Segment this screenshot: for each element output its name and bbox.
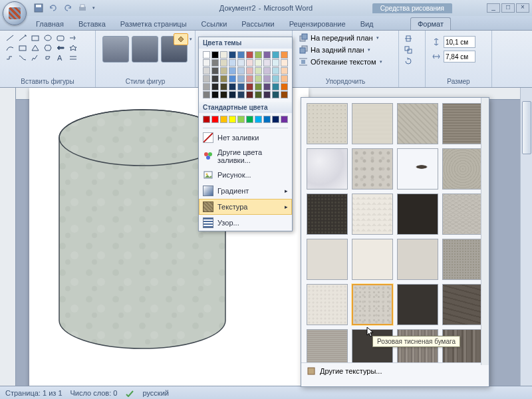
redo-icon[interactable] (63, 3, 73, 13)
text-wrap-button[interactable]: Обтекание текстом▾ (295, 56, 396, 68)
color-swatch[interactable] (246, 75, 253, 82)
color-swatch[interactable] (211, 91, 219, 98)
color-swatch[interactable] (263, 67, 271, 74)
texture-swatch[interactable] (352, 239, 393, 280)
color-swatch[interactable] (229, 59, 236, 66)
color-swatch[interactable] (272, 51, 279, 59)
shape-fill-button[interactable] (174, 33, 188, 45)
color-swatch[interactable] (220, 59, 227, 66)
texture-swatch[interactable] (307, 148, 348, 190)
texture-swatch[interactable] (307, 103, 348, 144)
color-swatch[interactable] (255, 116, 262, 123)
color-swatch[interactable] (237, 75, 245, 82)
no-fill-item[interactable]: Нет заливки (199, 130, 292, 146)
color-swatch[interactable] (246, 91, 253, 98)
tab-insert[interactable]: Вставка (72, 18, 112, 30)
color-swatch[interactable] (263, 75, 271, 82)
bring-to-front-button[interactable]: На передний план▾ (295, 32, 396, 44)
color-swatch[interactable] (220, 91, 227, 98)
tab-view[interactable]: Вид (354, 18, 380, 30)
texture-swatch[interactable] (397, 148, 438, 190)
color-swatch[interactable] (237, 116, 245, 123)
vertical-scrollbar[interactable] (520, 88, 532, 386)
texture-swatch[interactable] (352, 148, 393, 190)
color-swatch[interactable] (281, 59, 288, 66)
shape-width-input[interactable] (444, 51, 475, 63)
color-swatch[interactable] (211, 75, 219, 82)
texture-swatch[interactable] (442, 284, 483, 325)
texture-swatch[interactable] (397, 194, 438, 235)
color-swatch[interactable] (203, 83, 210, 90)
color-swatch[interactable] (203, 91, 210, 98)
status-words[interactable]: Число слов: 0 (70, 389, 118, 397)
color-swatch[interactable] (272, 83, 279, 90)
color-swatch[interactable] (255, 51, 262, 59)
more-colors-item[interactable]: Другие цвета заливки... (199, 146, 292, 167)
texture-swatch[interactable] (442, 194, 483, 235)
group-icon[interactable] (404, 45, 413, 55)
color-swatch[interactable] (229, 67, 236, 74)
color-swatch[interactable] (246, 59, 253, 66)
color-swatch[interactable] (220, 83, 227, 90)
tab-page-layout[interactable]: Разметка страницы (114, 18, 194, 30)
color-swatch[interactable] (237, 59, 245, 66)
color-swatch[interactable] (246, 51, 253, 59)
color-swatch[interactable] (246, 116, 253, 123)
shapes-gallery[interactable]: A (3, 32, 92, 64)
texture-swatch[interactable] (307, 329, 348, 362)
color-swatch[interactable] (281, 83, 288, 90)
gradient-fill-item[interactable]: Градиент▸ (199, 183, 292, 199)
texture-swatch[interactable] (442, 239, 483, 280)
color-swatch[interactable] (203, 75, 210, 82)
texture-swatch[interactable] (397, 239, 438, 280)
minimize-button[interactable]: _ (487, 3, 500, 13)
color-swatch[interactable] (246, 83, 253, 90)
tab-format[interactable]: Формат (410, 17, 451, 30)
color-swatch[interactable] (272, 67, 279, 74)
color-swatch[interactable] (211, 51, 219, 59)
color-swatch[interactable] (237, 51, 245, 59)
color-swatch[interactable] (272, 75, 279, 82)
color-swatch[interactable] (211, 116, 219, 123)
tab-home[interactable]: Главная (29, 18, 70, 30)
maximize-button[interactable]: □ (501, 3, 515, 13)
texture-swatch[interactable] (352, 194, 393, 235)
align-icon[interactable] (404, 34, 413, 43)
color-swatch[interactable] (263, 116, 271, 123)
vertical-ruler[interactable] (0, 88, 16, 386)
texture-swatch[interactable] (352, 103, 393, 144)
color-swatch[interactable] (229, 51, 236, 59)
status-language[interactable]: русский (142, 389, 168, 397)
color-swatch[interactable] (229, 75, 236, 82)
texture-scrollbar[interactable] (481, 98, 489, 365)
color-swatch[interactable] (237, 67, 245, 74)
color-swatch[interactable] (203, 51, 210, 59)
texture-fill-item[interactable]: Текстура▸ (199, 199, 292, 215)
color-swatch[interactable] (263, 59, 271, 66)
color-swatch[interactable] (255, 83, 262, 90)
color-swatch[interactable] (281, 116, 288, 123)
color-swatch[interactable] (281, 91, 288, 98)
texture-swatch[interactable] (352, 284, 393, 325)
color-swatch[interactable] (255, 75, 262, 82)
texture-swatch[interactable] (442, 103, 483, 144)
color-swatch[interactable] (281, 67, 288, 74)
color-swatch[interactable] (255, 67, 262, 74)
color-swatch[interactable] (220, 116, 227, 123)
color-swatch[interactable] (237, 83, 245, 90)
color-swatch[interactable] (203, 59, 210, 66)
color-swatch[interactable] (255, 59, 262, 66)
color-swatch[interactable] (203, 116, 210, 123)
status-page[interactable]: Страница: 1 из 1 (5, 389, 63, 397)
color-swatch[interactable] (263, 51, 271, 59)
texture-swatch[interactable] (307, 239, 348, 280)
tab-mailings[interactable]: Рассылки (235, 18, 281, 30)
office-button[interactable] (3, 1, 27, 25)
color-swatch[interactable] (272, 59, 279, 66)
print-icon[interactable] (77, 3, 88, 13)
send-to-back-button[interactable]: На задний план▾ (295, 44, 396, 56)
texture-swatch[interactable] (442, 148, 483, 190)
qat-more-icon[interactable]: ▾ (92, 5, 95, 11)
save-icon[interactable] (33, 3, 44, 13)
texture-swatch[interactable] (307, 284, 348, 325)
